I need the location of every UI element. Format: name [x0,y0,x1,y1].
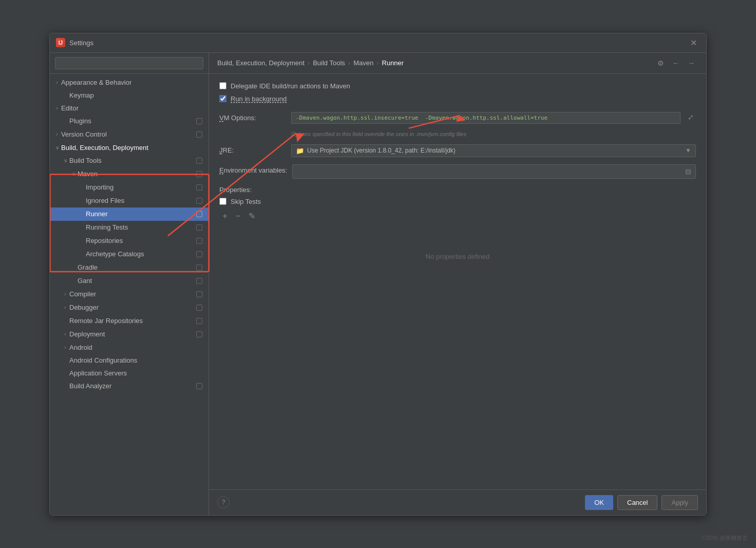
sidebar-item-compiler[interactable]: › Compiler [50,288,209,301]
breadcrumb-sep-2: › [348,59,350,67]
sidebar-item-editor[interactable]: › Editor [50,102,209,115]
settings-icon [195,304,203,312]
jre-value: Use Project JDK (version 1.8.0_42, path:… [307,147,685,154]
sidebar-item-label: Plugins [69,117,193,125]
sidebar-item-label: Version Control [61,130,193,138]
ok-button[interactable]: OK [585,495,613,510]
settings-icon [195,210,203,218]
vm-options-expand-button[interactable]: ⤢ [686,112,696,122]
sidebar-item-repositories[interactable]: Repositories [50,234,209,248]
chevron-icon: › [53,131,61,137]
sidebar-item-version-control[interactable]: › Version Control [50,128,209,141]
skip-tests-checkbox-row: Skip Tests [219,198,696,205]
close-button[interactable]: ✕ [687,37,700,49]
bottom-right: OK Cancel Apply [585,495,698,510]
properties-toolbar: + − ✎ [219,211,696,222]
watermark: CSDN @夜幽青玄 [702,534,748,542]
sidebar-item-android[interactable]: › Android [50,341,209,354]
settings-icon [195,157,203,165]
right-panel: Build, Execution, Deployment › Build Too… [209,53,706,515]
sidebar-item-running-tests[interactable]: Running Tests [50,221,209,234]
settings-icon [195,197,203,205]
vm-options-input[interactable] [291,112,681,124]
env-vars-row: Environment variables: ⊟ [219,164,696,179]
breadcrumb-part-2: Build Tools [313,59,345,67]
title-bar: IJ Settings ✕ [50,33,706,53]
sidebar-item-label: Importing [86,183,193,191]
apply-button[interactable]: Apply [662,495,698,510]
settings-icon [195,250,203,258]
help-button[interactable]: ? [217,496,230,508]
sidebar-item-build-execution-deployment[interactable]: ∨ Build, Execution, Deployment [50,141,209,154]
panel-body: Delegate IDE build/run actions to Maven … [209,74,706,489]
sidebar-item-android-configurations[interactable]: Android Configurations [50,354,209,367]
breadcrumb-part-3: Maven [353,59,373,67]
skip-tests-checkbox[interactable] [219,198,226,205]
skip-tests-label: Skip Tests [231,198,261,205]
add-property-button[interactable]: + [219,211,231,222]
settings-icon [195,277,203,285]
sidebar-item-gradle[interactable]: Gradle [50,261,209,274]
breadcrumb: Build, Execution, Deployment › Build Too… [209,53,706,74]
bottom-bar: ? OK Cancel Apply [209,489,706,515]
sidebar-item-keymap[interactable]: Keymap [50,89,209,102]
sidebar-item-label: Deployment [69,330,193,338]
sidebar-item-runner[interactable]: Runner [50,207,209,221]
settings-icon [195,317,203,325]
sidebar-item-label: Compiler [69,290,193,298]
edit-property-button[interactable]: ✎ [246,211,257,222]
settings-icon [195,130,203,139]
vm-options-label: VM Options: [219,112,286,122]
breadcrumb-sep-1: › [308,59,310,67]
settings-icon [195,330,203,338]
sidebar-item-label: Build Analyzer [69,382,193,390]
breadcrumb-part-1: Build, Execution, Deployment [217,59,305,67]
no-properties-text: No properties defined [219,253,696,260]
search-box [50,53,209,74]
sidebar-item-importing[interactable]: Importing [50,181,209,194]
sidebar-item-label: Runner [86,210,193,218]
properties-section: Properties: Skip Tests + − ✎ No properti… [219,186,696,260]
cancel-button[interactable]: Cancel [617,495,657,510]
main-content: › Appearance & Behavior Keymap › Editor … [50,53,706,515]
jre-row: JRE: 📁 Use Project JDK (version 1.8.0_42… [219,144,696,157]
chevron-icon: › [61,305,69,310]
breadcrumb-forward-button[interactable]: → [685,58,698,68]
env-vars-field[interactable]: ⊟ [292,164,696,179]
sidebar-item-ignored-files[interactable]: Ignored Files [50,194,209,207]
sidebar-item-label: Build, Execution, Deployment [61,144,203,152]
remove-property-button[interactable]: − [233,211,244,222]
run-background-checkbox[interactable] [219,95,226,102]
sidebar: › Appearance & Behavior Keymap › Editor … [50,53,209,515]
app-icon: IJ [56,38,65,47]
sidebar-item-plugins[interactable]: Plugins [50,115,209,128]
sidebar-item-build-tools[interactable]: ∨ Build Tools [50,154,209,167]
sidebar-item-label: Gradle [78,263,193,271]
sidebar-item-remote-jar-repositories[interactable]: Remote Jar Repositories [50,314,209,328]
delegate-checkbox[interactable] [219,82,226,89]
chevron-icon: ∨ [69,171,78,177]
sidebar-item-deployment[interactable]: › Deployment [50,328,209,341]
sidebar-item-maven[interactable]: ∨ Maven [50,167,209,181]
jre-select[interactable]: 📁 Use Project JDK (version 1.8.0_42, pat… [291,144,696,157]
breadcrumb-back-button[interactable]: ← [669,58,683,68]
breadcrumb-actions: ⚙ ← → [654,58,698,68]
settings-window: IJ Settings ✕ › Appearance & Behavior Ke… [49,33,707,516]
sidebar-item-debugger[interactable]: › Debugger [50,301,209,314]
delegate-checkbox-row: Delegate IDE build/run actions to Maven [219,82,696,90]
search-input[interactable] [55,57,203,69]
run-background-label: Run in background [231,95,287,103]
sidebar-item-application-servers[interactable]: Application Servers [50,367,209,380]
settings-icon [195,290,203,298]
breadcrumb-settings-icon[interactable]: ⚙ [654,58,667,68]
env-vars-edit-button[interactable]: ⊟ [685,167,691,176]
sidebar-item-label: Debugger [69,304,193,311]
delegate-label: Delegate IDE build/run actions to Maven [231,82,350,90]
sidebar-item-label: Ignored Files [86,197,193,204]
settings-icon [195,117,203,125]
sidebar-item-gant[interactable]: Gant [50,274,209,288]
sidebar-item-archetype-catalogs[interactable]: Archetype Catalogs [50,248,209,261]
sidebar-item-label: Application Servers [69,369,203,377]
sidebar-item-appearance-behavior[interactable]: › Appearance & Behavior [50,76,209,89]
sidebar-item-build-analyzer[interactable]: Build Analyzer [50,380,209,393]
